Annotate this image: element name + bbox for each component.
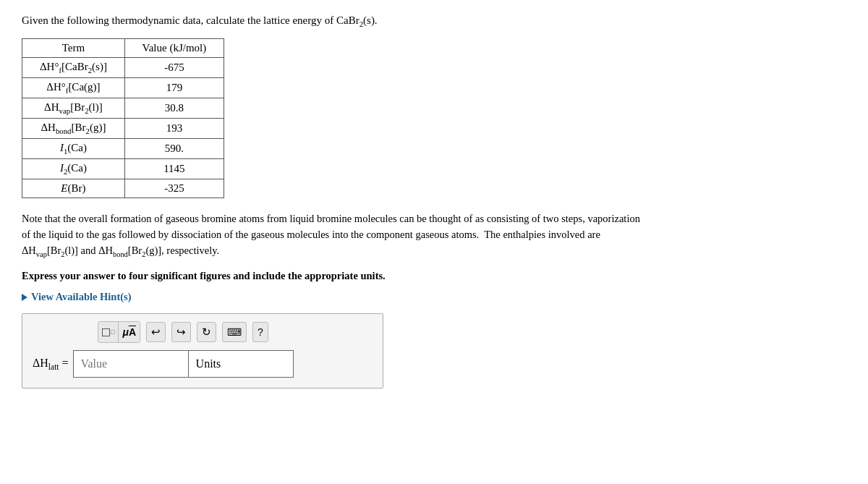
value-cell: 1145 [124, 159, 224, 179]
answer-toolbar: □ μA ↩ ↪ ↻ ⌨ ? [33, 321, 373, 343]
delta-hlatt-label: ΔHlatt = [33, 357, 69, 371]
term-cell: ΔHvap[Br2(l)] [22, 98, 125, 119]
reset-icon: ↻ [202, 326, 211, 339]
keyboard-button[interactable]: ⌨ [222, 322, 247, 342]
table-row: E(Br) -325 [22, 179, 224, 198]
value-cell: 179 [124, 78, 224, 98]
hint-link-label: View Available Hint(s) [31, 291, 132, 303]
help-button[interactable]: ? [252, 322, 268, 342]
value-cell: 30.8 [124, 98, 224, 119]
problem-statement: Given the following thermodynamic data, … [22, 14, 846, 28]
value-cell: 193 [124, 119, 224, 139]
redo-icon: ↪ [176, 326, 186, 339]
col-header-term: Term [22, 39, 125, 58]
note-paragraph: Note that the overall formation of gaseo… [22, 211, 644, 260]
template-icon: □ [102, 328, 114, 336]
table-row: I1(Ca) 590. [22, 139, 224, 159]
table-row: I2(Ca) 1145 [22, 159, 224, 179]
redo-button[interactable]: ↪ [171, 322, 191, 342]
format-button-group: □ μA [98, 321, 140, 343]
units-input[interactable] [189, 350, 294, 378]
table-row: ΔH°f[Ca(g)] 179 [22, 78, 224, 98]
col-header-value: Value (kJ/mol) [124, 39, 224, 58]
value-cell: 590. [124, 139, 224, 159]
value-cell: -325 [124, 179, 224, 198]
mu-a-button[interactable]: μA [119, 322, 140, 342]
table-row: ΔHbond[Br2(g)] 193 [22, 119, 224, 139]
instruction-text: Express your answer to four significant … [22, 270, 846, 282]
term-cell: I1(Ca) [22, 139, 125, 159]
term-cell: ΔH°f[Ca(g)] [22, 78, 125, 98]
keyboard-icon: ⌨ [227, 326, 242, 338]
term-cell: ΔHbond[Br2(g)] [22, 119, 125, 139]
data-table: Term Value (kJ/mol) ΔH°f[CaBr2(s)] -675 … [22, 38, 224, 198]
help-icon: ? [258, 326, 263, 338]
table-row: ΔHvap[Br2(l)] 30.8 [22, 98, 224, 119]
answer-box: □ μA ↩ ↪ ↻ ⌨ ? ΔHlatt = [22, 313, 383, 389]
table-row: ΔH°f[CaBr2(s)] -675 [22, 58, 224, 78]
template-button[interactable]: □ [98, 322, 119, 342]
term-cell: E(Br) [22, 179, 125, 198]
reset-button[interactable]: ↻ [197, 322, 216, 342]
value-cell: -675 [124, 58, 224, 78]
mu-a-icon: μA [122, 326, 136, 338]
undo-icon: ↩ [151, 326, 161, 339]
input-row: ΔHlatt = [33, 350, 373, 378]
undo-button[interactable]: ↩ [146, 322, 166, 342]
hint-link[interactable]: View Available Hint(s) [22, 291, 846, 303]
hint-triangle-icon [22, 294, 27, 301]
term-cell: ΔH°f[CaBr2(s)] [22, 58, 125, 78]
value-input[interactable] [73, 350, 189, 378]
term-cell: I2(Ca) [22, 159, 125, 179]
